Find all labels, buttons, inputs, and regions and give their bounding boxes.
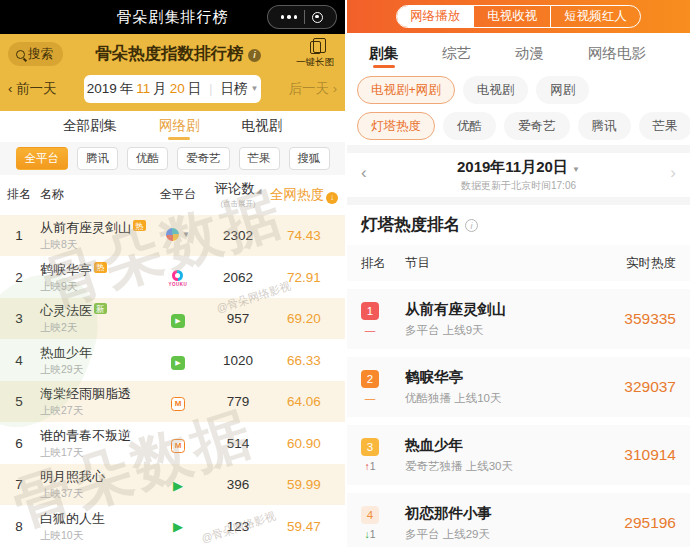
tab-tv-ratings[interactable]: 电视收视 — [474, 6, 551, 27]
yellow-header: 搜索 骨朵热度指数排行榜 i 一键长图 ‹ 前一天 2019 年 — [0, 34, 345, 111]
drama-title: 谁的青春不叛逆 — [40, 427, 131, 445]
chip-tv-drama[interactable]: 电视剧 — [463, 76, 529, 104]
table-row[interactable]: 8 白狐的人生 上映10天 ▶ 123 59.47 — [0, 505, 345, 547]
platform-cell: ▶ — [149, 476, 207, 494]
release-days: 上映8天 — [40, 238, 149, 252]
ranking-mode[interactable]: 日榜 — [220, 80, 247, 98]
tab-web-dramas[interactable]: 网络剧 — [159, 111, 200, 142]
col-rank: 排名 — [361, 255, 405, 272]
date-navigator: ‹ 2019年11月20日 ▼ 数据更新于北京时间17:06 › — [347, 153, 690, 197]
list-item[interactable]: 2 — 鹤唳华亭 优酷独播 上线10天 329037 — [347, 357, 690, 417]
col-rank: 排名 — [0, 186, 38, 203]
release-days: 上映10天 — [40, 529, 149, 543]
rank-change-same: — — [361, 392, 379, 404]
tab-web-movies[interactable]: 网络电影 — [588, 33, 646, 73]
tab-variety[interactable]: 综艺 — [442, 33, 471, 73]
tab-tv-dramas[interactable]: 电视剧 — [242, 111, 283, 142]
next-day-button[interactable]: 后一天 › — [267, 80, 337, 98]
chip-iqiyi[interactable]: 爱奇艺 — [177, 147, 230, 170]
heat-score: 59.99 — [269, 477, 345, 492]
chip-sohu[interactable]: 搜狐 — [289, 147, 330, 170]
table-row[interactable]: 2 鹤唳华亭热 上映9天 YOUKU 2062 72.91 — [0, 256, 345, 298]
release-days: 上映29天 — [40, 363, 149, 377]
chip-tencent[interactable]: 腾讯 — [77, 147, 118, 170]
list-item[interactable]: 1 — 从前有座灵剑山 多平台 上线9天 359335 — [347, 289, 690, 349]
chip-iqiyi[interactable]: 爱奇艺 — [504, 112, 570, 140]
tab-animation[interactable]: 动漫 — [515, 33, 544, 73]
heat-value: 359335 — [624, 310, 676, 328]
drama-title: 鹤唳华亭 — [40, 261, 92, 279]
col-realtime-heat: 实时热度 — [626, 255, 676, 272]
chip-youku[interactable]: 优酷 — [127, 147, 168, 170]
platform-cell: M — [149, 434, 207, 453]
caret-down-icon: ▼ — [182, 230, 190, 239]
chevron-right-icon: › — [333, 81, 337, 96]
table-row[interactable]: 7 明月照我心 上映37天 ▶ 396 59.99 — [0, 464, 345, 506]
type-filter-row: 电视剧+网剧 电视剧 网剧 — [347, 73, 690, 109]
show-title: 从前有座灵剑山 — [405, 300, 624, 319]
chevron-right-icon[interactable]: › — [670, 163, 676, 183]
tab-dramas[interactable]: 剧集 — [369, 33, 398, 73]
chevron-down-icon: ▼ — [250, 84, 258, 93]
platform-cell: ▶ — [149, 309, 207, 328]
segmented-control: 网络播放 电视收视 短视频红人 — [396, 5, 641, 28]
col-name: 名称 — [38, 186, 149, 203]
comment-count: 1020 — [207, 353, 269, 368]
chip-web-drama[interactable]: 网剧 — [536, 76, 589, 104]
comment-count: 396 — [207, 477, 269, 492]
chip-all-platforms[interactable]: 全平台 — [16, 147, 69, 170]
lighthouse-ranking-panel: 网络播放 电视收视 短视频红人 剧集 综艺 动漫 网络电影 电视剧+网剧 电视剧… — [345, 0, 690, 547]
chip-lighthouse-heat[interactable]: 灯塔热度 — [357, 112, 435, 140]
table-header: 排名 名称 全平台 评论数◢ (点击展开) 全网热度↓ — [0, 175, 345, 215]
search-icon — [16, 50, 25, 59]
capsule-divider — [304, 10, 305, 24]
tab-all-dramas[interactable]: 全部剧集 — [63, 111, 117, 142]
table-row[interactable]: 1 从前有座灵剑山热 上映8天 ▼ 2302 74.43 — [0, 215, 345, 257]
chevron-left-icon: ‹ — [8, 81, 12, 96]
hot-badge: 热 — [94, 262, 107, 273]
chip-mango[interactable]: 芒果 — [239, 147, 280, 170]
table-row[interactable]: 3 心灵法医新 上映2天 ▶ 957 69.20 — [0, 298, 345, 340]
youku-icon: YOUKU — [169, 270, 188, 287]
new-badge: 新 — [94, 303, 107, 314]
rank-number: 8 — [0, 519, 38, 534]
table-row[interactable]: 5 海棠经雨胭脂透 上映27天 M 779 64.06 — [0, 381, 345, 423]
date-month: 11 — [136, 81, 150, 96]
update-time: 数据更新于北京时间17:06 — [461, 179, 576, 193]
search-button[interactable]: 搜索 — [8, 42, 63, 66]
chip-tencent[interactable]: 腾讯 — [578, 112, 631, 140]
long-image-button[interactable]: 一键长图 — [293, 41, 337, 68]
more-menu-icon[interactable] — [281, 15, 298, 19]
release-days: 上映37天 — [40, 487, 149, 501]
prev-day-button[interactable]: ‹ 前一天 — [8, 80, 78, 98]
date-picker[interactable]: 2019 年 11 月 20 日 | 日榜 ▼ — [84, 75, 261, 103]
tab-network-play[interactable]: 网络播放 — [397, 6, 474, 27]
list-item[interactable]: 4 ↓1 初恋那件小事 多平台 上线29天 295196 — [347, 493, 690, 547]
chip-mango[interactable]: 芒果 — [639, 112, 690, 140]
rank-change-down: ↓1 — [361, 528, 379, 540]
drama-title: 心灵法医 — [40, 302, 92, 320]
chip-tv-plus-web[interactable]: 电视剧+网剧 — [357, 76, 455, 104]
col-heat[interactable]: 全网热度↓ — [269, 186, 345, 204]
table-row[interactable]: 4 热血少年 上映29天 ▶ 1020 66.33 — [0, 339, 345, 381]
date-day: 20 — [170, 81, 185, 96]
top-nav-bar: 网络播放 电视收视 短视频红人 — [347, 0, 690, 33]
chip-youku[interactable]: 优酷 — [443, 112, 496, 140]
show-meta: 多平台 上线9天 — [405, 323, 624, 338]
info-icon[interactable]: i — [248, 49, 261, 62]
date-selector[interactable]: 2019年11月20日 ▼ — [457, 158, 580, 177]
platform-dropdown[interactable]: ▼ — [149, 227, 207, 245]
heat-score: 59.47 — [269, 519, 345, 534]
list-item[interactable]: 3 ↑1 热血少年 爱奇艺独播 上线30天 310914 — [347, 425, 690, 485]
wechat-capsule[interactable] — [267, 5, 337, 29]
rank-number: 7 — [0, 477, 38, 492]
category-tabs: 全部剧集 网络剧 电视剧 — [0, 111, 345, 142]
chevron-left-icon[interactable]: ‹ — [361, 163, 367, 183]
table-row[interactable]: 6 谁的青春不叛逆 上映17天 M 514 60.90 — [0, 422, 345, 464]
tencent-video-icon: ▶ — [173, 519, 183, 534]
platform-filter-row: 全平台 腾讯 优酷 爱奇艺 芒果 搜狐 — [0, 142, 345, 175]
tab-short-video[interactable]: 短视频红人 — [551, 6, 640, 27]
close-minimize-icon[interactable] — [312, 12, 323, 23]
info-icon[interactable]: i — [465, 219, 478, 232]
col-comments[interactable]: 评论数◢ (点击展开) — [207, 180, 269, 209]
